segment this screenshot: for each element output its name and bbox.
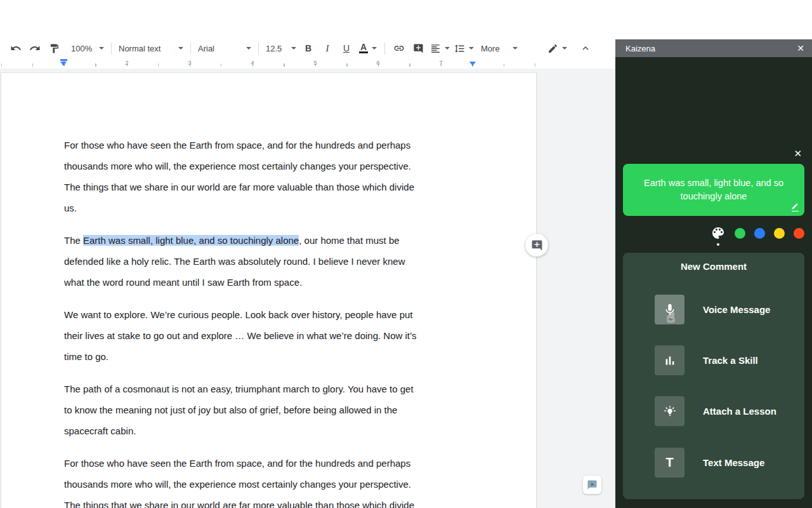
toolbar: 100% Normal text Arial 12.5 B I U A [0,38,615,58]
color-yellow-button[interactable] [774,228,785,239]
undo-icon [10,43,22,54]
collapse-toolbar-button[interactable] [576,41,595,56]
right-indent-marker[interactable] [469,62,476,66]
paragraph: For those who have seen the Earth from s… [64,453,475,508]
close-comment-button[interactable]: ✕ [794,148,802,159]
text-line: what the word round meant until I saw Ea… [64,272,475,293]
font-select[interactable]: Arial [195,41,254,56]
text-message-item[interactable]: T Text Message [655,448,764,478]
text-message-label: Text Message [703,457,764,468]
zoom-select[interactable]: 100% [69,41,107,56]
kaizena-header: Kaizena ✕ [615,39,812,57]
text-line: For those who have seen the Earth from s… [64,135,475,156]
caret-icon [562,47,567,50]
toolbar-separator [111,43,112,55]
caret-icon [445,47,450,50]
chevron-up-icon [580,43,591,54]
paragraph: For those who have seen the Earth from s… [64,135,475,218]
caret-icon [246,47,251,50]
text-color-icon: A [359,43,368,53]
left-indent-marker[interactable] [60,62,67,66]
paragraph-style-select[interactable]: Normal text [116,41,186,56]
redo-button[interactable] [25,41,44,56]
paragraph: The Earth was small, light blue, and so … [64,230,475,293]
text-line: defended like a holy relic. The Earth wa… [64,251,475,272]
more-label: More [481,44,500,53]
font-value: Arial [198,44,214,53]
pencil-icon [791,203,799,210]
track-skill-label: Track a Skill [703,355,758,366]
text-segment: The [64,235,83,246]
screen: 100% Normal text Arial 12.5 B I U A [0,0,812,508]
italic-button[interactable]: I [318,41,337,56]
text-line: For those who have seen the Earth from s… [64,453,475,474]
text-line: The things that we share in our world ar… [64,177,475,197]
attach-lesson-button[interactable] [655,396,684,426]
comment-bubble[interactable]: Earth was small, light blue, and so touc… [623,164,804,216]
new-comment-panel: New Comment Voice Message Track a Skill … [623,253,804,499]
caret-icon [513,47,518,50]
ruler-mark: 5 [313,60,317,66]
lightbulb-icon [663,404,677,418]
text-line: thousands more who will, the experience … [64,156,475,177]
text-line: The Earth was small, light blue, and so … [64,230,475,251]
palette-button[interactable] [710,225,726,241]
kaizena-panel: ✕ Earth was small, light blue, and so to… [615,57,812,508]
editing-mode-button[interactable] [543,41,571,56]
kaizena-widget-button[interactable] [583,476,601,494]
link-icon [393,43,405,54]
attach-lesson-item[interactable]: Attach a Lesson [655,396,776,426]
ruler-mark: 6 [376,60,379,66]
document-canvas: For those who have seen the Earth from s… [0,69,615,508]
hand-cursor [667,310,675,325]
caret-icon [469,47,474,50]
font-size-value: 12.5 [266,44,282,53]
caret-icon [99,47,104,50]
document-page[interactable]: For those who have seen the Earth from s… [1,73,536,508]
text-line: The path of a cosmonaut is not an easy, … [64,378,475,399]
align-button[interactable] [428,41,452,56]
font-size-select[interactable]: 12.5 [263,41,299,56]
text-icon: T [665,455,673,470]
caret-icon [291,47,296,50]
paragraph-style-value: Normal text [119,44,160,53]
pencil-icon [547,43,558,54]
redo-icon [29,43,41,54]
text-line: thousands more who will, the experience … [64,474,475,495]
ruler-mark: 3 [188,60,191,66]
edit-underline [792,211,799,212]
paragraph: We want to explore. We’re curious people… [64,304,475,367]
align-left-icon [430,43,441,54]
text-color-button[interactable]: A [356,41,380,56]
track-skill-button[interactable] [655,345,684,375]
first-line-indent-marker[interactable] [60,59,67,61]
more-button[interactable]: More [478,41,520,56]
attach-lesson-label: Attach a Lesson [703,406,776,417]
text-segment: , our home that must be [299,235,399,246]
track-skill-item[interactable]: Track a Skill [655,345,758,375]
paint-format-button[interactable] [44,41,63,56]
ruler-mark: 2 [125,60,128,66]
underline-button[interactable]: U [337,41,356,56]
add-comment-fab[interactable] [525,234,548,257]
close-sidebar-button[interactable]: ✕ [797,44,804,53]
insert-link-button[interactable] [390,41,409,56]
text-message-button[interactable]: T [655,448,684,478]
color-red-button[interactable] [794,228,804,239]
color-green-button[interactable] [735,228,745,239]
insert-comment-button[interactable] [409,41,428,56]
document-text: For those who have seen the Earth from s… [64,135,475,508]
toolbar-separator [258,43,259,55]
bold-button[interactable]: B [299,41,318,56]
voice-message-label: Voice Message [703,304,770,315]
new-comment-title: New Comment [623,253,804,272]
caret-icon [372,47,377,50]
undo-button[interactable] [6,41,25,56]
palette-icon [710,225,726,241]
toolbar-separator [190,43,191,55]
comment-bubble-text: Earth was small, light blue, and so touc… [634,177,793,203]
color-blue-button[interactable] [754,228,765,239]
zoom-value: 100% [71,44,92,53]
edit-comment-button[interactable] [791,203,799,212]
line-spacing-button[interactable] [452,41,476,56]
